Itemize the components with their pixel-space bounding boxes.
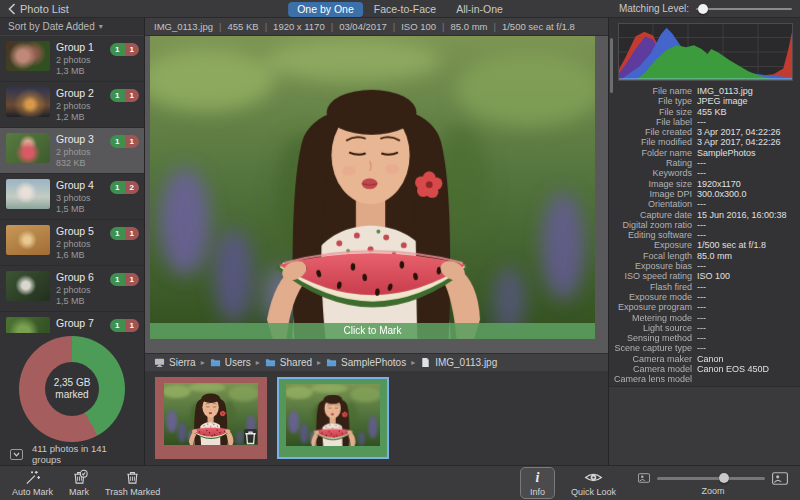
info-panel: File nameIMG_0113.jpgFile typeJPEG image… (608, 18, 800, 465)
group-thumbnail (6, 179, 50, 209)
trash-marked-label: Trash Marked (105, 487, 160, 497)
back-label: Photo List (20, 3, 69, 15)
metadata-value: 1/500 sec at f/1.8 (697, 240, 766, 250)
trash-marked-button[interactable]: Trash Marked (105, 469, 160, 497)
back-button[interactable]: Photo List (8, 3, 69, 15)
zoom-label: Zoom (701, 486, 724, 496)
metadata-label: Orientation (609, 199, 697, 209)
metadata-row: Exposure bias--- (609, 261, 800, 271)
breadcrumb-separator: ▸ (317, 358, 321, 367)
group-row[interactable]: Group 12 photos1,3 MB11 (0, 36, 144, 82)
breadcrumb-item[interactable]: SamplePhotos (326, 357, 406, 368)
slider-knob[interactable] (698, 4, 708, 14)
group-size: 1,5 MB (56, 204, 140, 215)
sort-dropdown[interactable]: Sort by Date Added ▾ (0, 18, 144, 36)
collapse-groups-button[interactable] (10, 449, 23, 460)
metadata-label: Exposure mode (609, 292, 697, 302)
group-row[interactable]: Group 62 photos1,5 MB11 (0, 266, 144, 312)
marked-size-caption: marked (55, 389, 88, 401)
histogram (609, 18, 800, 84)
breadcrumb-separator: ▸ (411, 358, 415, 367)
metadata-label: Editing software (609, 230, 697, 240)
group-row[interactable]: Group 52 photos1,6 MB11 (0, 220, 144, 266)
zoom-slider[interactable] (657, 472, 765, 484)
metadata-value: 15 Jun 2016, 16:00:38 (697, 210, 787, 220)
metadata-value: 3 Apr 2017, 04:22:26 (697, 137, 781, 147)
marked-count-badge: 1 (125, 227, 139, 240)
matching-level-slider[interactable] (696, 3, 792, 15)
metadata-label: Focal length (609, 251, 697, 261)
group-row[interactable]: Group 43 photos1,5 MB12 (0, 174, 144, 220)
metadata-row: File created3 Apr 2017, 04:22:26 (609, 127, 800, 137)
scrollbar-thumb[interactable] (610, 38, 613, 93)
marked-size: 2,35 GB (54, 377, 91, 389)
metadata-label: File size (609, 107, 697, 117)
mark-button[interactable]: Mark (69, 469, 89, 497)
group-row[interactable]: Group 32 photos832 KB11 (0, 128, 144, 174)
metadata-label: Exposure (609, 240, 697, 250)
metadata-row: File label--- (609, 117, 800, 127)
thumbnail-kept[interactable] (277, 377, 389, 459)
info-button[interactable]: i Info (520, 467, 555, 499)
metadata-row: Metering mode--- (609, 313, 800, 323)
info-separator: | (265, 21, 267, 32)
breadcrumb: Sierra▸Users▸Shared▸SamplePhotos▸IMG_011… (145, 353, 608, 371)
group-sidebar: Sort by Date Added ▾ Group 12 photos1,3 … (0, 18, 145, 465)
metadata-value: 1920x1170 (697, 179, 741, 189)
tab-face-to-face[interactable]: Face-to-Face (365, 2, 445, 17)
zoom-control: Zoom (638, 470, 788, 496)
metadata-value: --- (697, 168, 706, 178)
metadata-row: Keywords--- (609, 168, 800, 178)
marked-count-badge: 1 (125, 43, 139, 56)
metadata-value: Canon EOS 450D (697, 364, 769, 374)
thumbnail-strip (145, 371, 608, 465)
breadcrumb-separator: ▸ (201, 358, 205, 367)
quick-look-label: Quick Look (571, 487, 616, 497)
metadata-value: ISO 100 (697, 271, 730, 281)
trash-overlay-icon (244, 429, 257, 444)
breadcrumb-item[interactable]: IMG_0113.jpg (420, 357, 497, 368)
group-row[interactable]: Group 711 (0, 312, 144, 333)
metadata-row: File size455 KB (609, 107, 800, 117)
quick-look-button[interactable]: Quick Look (571, 469, 616, 497)
donut-center: 2,35 GB marked (45, 362, 99, 416)
tab-all-in-one[interactable]: All-in-One (447, 2, 512, 17)
kept-count-badge: 1 (110, 89, 124, 102)
metadata-row: Focal length85.0 mm (609, 251, 800, 261)
breadcrumb-item[interactable]: Users (210, 357, 251, 368)
auto-mark-button[interactable]: Auto Mark (12, 469, 53, 497)
tab-one-by-one[interactable]: One by One (288, 2, 363, 17)
info-segment: ISO 100 (401, 21, 436, 32)
info-segment: 455 KB (227, 21, 258, 32)
metadata-value: --- (697, 220, 706, 230)
group-badge: 11 (110, 273, 139, 286)
metadata-value: --- (697, 292, 706, 302)
group-size: 1,3 MB (56, 66, 140, 77)
group-row[interactable]: Group 22 photos1,2 MB11 (0, 82, 144, 128)
thumbnail-marked[interactable] (155, 377, 267, 459)
small-photo-icon (638, 473, 650, 483)
back-chevron-icon (8, 3, 16, 15)
info-segment: 1920 x 1170 (273, 21, 325, 32)
breadcrumb-item[interactable]: Sierra (154, 357, 196, 368)
metadata-label: Digital zoom ratio (609, 220, 697, 230)
metadata-row: Capture date15 Jun 2016, 16:00:38 (609, 210, 800, 220)
marked-count-badge: 1 (125, 319, 139, 332)
metadata-value: --- (697, 261, 706, 271)
breadcrumb-separator: ▸ (256, 358, 260, 367)
marked-count-badge: 2 (125, 181, 139, 194)
metadata-value: Canon (697, 354, 724, 364)
slider-knob[interactable] (719, 473, 729, 483)
info-separator: | (493, 21, 495, 32)
marked-count-badge: 1 (125, 89, 139, 102)
group-photo-count: 2 photos (56, 55, 140, 66)
breadcrumb-item[interactable]: Shared (265, 357, 312, 368)
metadata-row: Digital zoom ratio--- (609, 220, 800, 230)
sidebar-footer: 411 photos in 141 groups (0, 445, 144, 465)
metadata-value: SamplePhotos (697, 148, 756, 158)
group-badge: 12 (110, 181, 139, 194)
breadcrumb-label: Shared (280, 357, 312, 368)
bottom-toolbar: Auto Mark Mark Trash Marked (0, 465, 800, 500)
click-to-mark-button[interactable]: Click to Mark (150, 323, 595, 339)
main-photo[interactable]: Click to Mark (150, 36, 595, 339)
